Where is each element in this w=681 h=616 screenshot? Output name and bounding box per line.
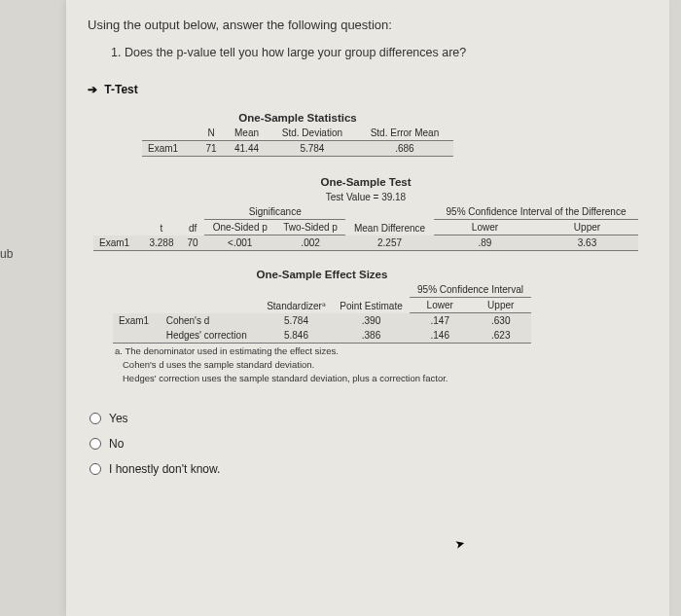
t2-h-twosided: Two-Sided p [275,220,345,236]
t2-h-meandiff: Mean Difference [345,204,434,236]
t2-h-t: t [142,204,180,236]
t1-h-n: N [197,126,225,141]
t3-r1-label: Exam1 [113,313,161,329]
option-no-label: No [109,437,124,451]
t2-lower: .89 [434,236,536,251]
t2-upper: 3.63 [536,236,638,251]
arrow-right-icon: ➔ [88,83,97,96]
t1-mean: 41.44 [225,141,269,157]
t3-h-upper: Upper [470,298,531,313]
effect-sizes-table: One-Sample Effect Sizes Standardizerᵃ Po… [113,267,531,344]
t3-h-std2: 5.846 [260,328,333,344]
t1-sd: 5.784 [269,141,356,157]
option-no[interactable]: No [90,437,648,451]
t3-r2-name: Hedges' correction [161,328,260,344]
t2-h-sig: Significance [204,204,345,220]
t2-h-lower: Lower [434,220,536,236]
t3-r1-name: Cohen's d [161,313,260,329]
t1-h-sem: Std. Error Mean [356,126,453,141]
table2-testvalue: Test Value = 39.18 [93,190,638,204]
radio-icon [90,463,101,475]
t2-meandiff: 2.257 [345,236,434,251]
table1-title: One-Sample Statistics [142,110,453,126]
t2-h-onesided: One-Sided p [204,220,275,236]
t2-onesided: <.001 [204,236,275,251]
option-dontknow-label: I honestly don't know. [109,462,220,476]
left-tab-label: ub [0,247,13,261]
t3-c-pe: .390 [333,313,410,329]
ttest-header: ➔ T-Test [88,83,648,96]
option-yes[interactable]: Yes [90,412,648,425]
table2-title: One-Sample Test [93,174,638,190]
t1-sem: .686 [356,141,453,157]
question-intro: Using the output below, answer the follo… [88,18,648,32]
t2-t: 3.288 [142,236,180,251]
one-sample-statistics-table: One-Sample Statistics N Mean Std. Deviat… [142,110,453,157]
t2-df: 70 [181,236,205,251]
t3-h-std: Standardizerᵃ [260,282,333,313]
t1-h-sd: Std. Deviation [269,126,356,141]
cursor-icon: ➤ [453,536,466,552]
t1-n: 71 [197,141,225,157]
answer-options: Yes No I honestly don't know. [90,412,648,476]
table3-title: One-Sample Effect Sizes [113,267,531,282]
t1-row-label: Exam1 [142,141,197,157]
ttest-label: T-Test [104,83,137,96]
t2-twosided: .002 [275,236,345,251]
footnote-a: a. The denominator used in estimating th… [115,345,648,357]
t3-h-pe2: .386 [333,328,410,344]
t3-c-std: 5.784 [260,313,333,329]
t2-row-label: Exam1 [93,236,142,251]
t3-h-pe: Point Estimate [333,282,410,313]
t3-c-upper: .630 [470,313,531,329]
one-sample-test-table: One-Sample Test Test Value = 39.18 t df … [93,174,638,251]
t2-h-ci: 95% Confidence Interval of the Differenc… [434,204,638,220]
t3-h-lower2: .146 [410,328,470,344]
question-page: Using the output below, answer the follo… [66,0,669,616]
radio-icon [90,413,101,424]
radio-icon [90,438,101,450]
t3-c-lower: .147 [410,313,470,329]
question-text: 1. Does the p-value tell you how large y… [111,46,648,59]
footnote-c: Hedges' correction uses the sample stand… [123,373,648,384]
t3-h-lower: Lower [410,298,470,313]
t2-h-df: df [181,204,205,236]
option-yes-label: Yes [109,412,128,425]
t3-h-upper2: .623 [470,328,531,344]
option-dontknow[interactable]: I honestly don't know. [90,462,648,476]
t2-h-upper: Upper [536,220,638,236]
footnote-b: Cohen's d uses the sample standard devia… [123,359,648,371]
t1-h-mean: Mean [225,126,269,141]
t3-h-ci: 95% Confidence Interval [410,282,531,298]
